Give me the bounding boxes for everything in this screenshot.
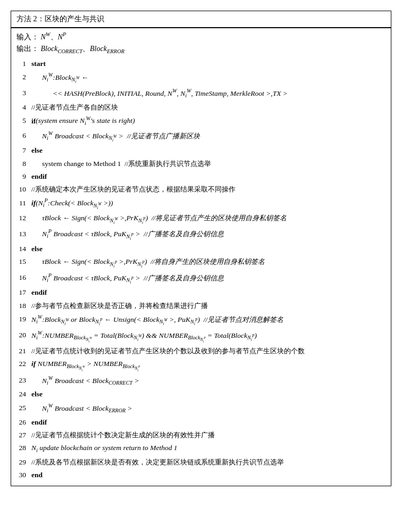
line-29: 29 //系统及各节点根据新区块是否有效，决定更新区块链或系统重新执行共识节点选… bbox=[11, 456, 391, 469]
line-1: 1 start bbox=[11, 57, 391, 70]
line-content: else bbox=[31, 243, 386, 255]
line-number: 25 bbox=[16, 402, 31, 414]
line-number: 3 bbox=[16, 87, 31, 99]
line-9: 9 endif bbox=[11, 170, 391, 183]
line-number: 20 bbox=[16, 329, 31, 341]
line-content: τBlock ← Sign(< BlockNiP >,PrKNiP) //将自身… bbox=[31, 256, 386, 270]
line-number: 26 bbox=[16, 417, 31, 428]
line-27: 27 //见证者节点根据统计个数决定新生成的区块的有效性并广播 bbox=[11, 429, 391, 442]
line-number: 14 bbox=[16, 243, 31, 255]
line-content: Ni update blockchain or system return to… bbox=[31, 442, 386, 455]
line-24: 24 else bbox=[11, 388, 391, 401]
line-number: 15 bbox=[16, 256, 31, 268]
line-content: NiW:BlockNiW or BlockNiP ← Unsign(< Bloc… bbox=[31, 313, 386, 328]
line-4: 4 //见证者节点生产各自的区块 bbox=[11, 101, 391, 114]
line-content: NiP Broadcast < τBlock, PuKNiP > //广播签名及… bbox=[31, 227, 386, 242]
algorithm-body: 1 start 2 NiW:BlockNiW ← 3 << HASH(PreBl… bbox=[11, 56, 391, 486]
line-3: 3 << HASH(PreBlock), INITIAL, Round, NW,… bbox=[11, 86, 391, 101]
line-content: endif bbox=[31, 287, 386, 298]
line-content: //参与者节点检查新区块是否正确，并将检查结果进行广播 bbox=[31, 300, 386, 311]
output-label: 输出： bbox=[16, 45, 39, 53]
line-13: 13 NiP Broadcast < τBlock, PuKNiP > //广播… bbox=[11, 227, 391, 243]
line-content: endif bbox=[31, 171, 386, 182]
algorithm-box: 方法 2：区块的产生与共识 输入： NW、NP 输出： BlockCORRECT… bbox=[11, 11, 391, 486]
line-number: 10 bbox=[16, 184, 31, 195]
line-number: 1 bbox=[16, 58, 31, 70]
line-number: 23 bbox=[16, 375, 31, 386]
line-number: 18 bbox=[16, 300, 31, 312]
output-line: 输出： BlockCORRECT、BlockERROR bbox=[16, 43, 386, 56]
line-content: else bbox=[31, 388, 386, 400]
line-content: end bbox=[31, 469, 386, 481]
line-number: 12 bbox=[16, 212, 31, 224]
line-6: 6 NiW Broadcast < BlockNiW > //见证者节点广播新区… bbox=[11, 129, 391, 145]
line-7: 7 else bbox=[11, 144, 391, 157]
line-17: 17 endif bbox=[11, 286, 391, 299]
title-text: 方法 2：区块的产生与共识 bbox=[16, 15, 104, 23]
line-content: NiW:NUMBERBlockNiW = Total(BlockNiW) && … bbox=[31, 329, 386, 344]
line-content: if(NiP:Check(< BlockNiW >)) bbox=[31, 196, 386, 211]
line-8: 8 system change to Method 1 //系统重新执行共识节点… bbox=[11, 157, 391, 170]
input-params: NW、NP bbox=[41, 33, 66, 41]
line-content: NiP Broadcast < τBlock, PuKNiP > //广播签名及… bbox=[31, 271, 386, 286]
line-30: 30 end bbox=[11, 469, 391, 481]
line-content: system change to Method 1 //系统重新执行共识节点选举 bbox=[31, 158, 386, 170]
line-26: 26 endif bbox=[11, 416, 391, 429]
line-10: 10 //系统确定本次产生区块的见证者节点状态，根据结果采取不同操作 bbox=[11, 183, 391, 196]
output-params: BlockCORRECT、BlockERROR bbox=[41, 45, 125, 53]
line-18: 18 //参与者节点检查新区块是否正确，并将检查结果进行广播 bbox=[11, 300, 391, 312]
line-19: 19 NiW:BlockNiW or BlockNiP ← Unsign(< B… bbox=[11, 312, 391, 328]
line-20: 20 NiW:NUMBERBlockNiW = Total(BlockNiW) … bbox=[11, 328, 391, 345]
line-content: if NUMBERBlockNiW > NUMBERBlockNiP bbox=[31, 358, 386, 373]
line-number: 19 bbox=[16, 313, 31, 325]
line-number: 24 bbox=[16, 388, 31, 400]
line-number: 6 bbox=[16, 130, 31, 142]
line-2: 2 NiW:BlockNiW ← bbox=[11, 70, 391, 86]
line-number: 9 bbox=[16, 171, 31, 182]
line-number: 2 bbox=[16, 71, 31, 83]
line-15: 15 τBlock ← Sign(< BlockNiP >,PrKNiP) //… bbox=[11, 255, 391, 270]
line-number: 8 bbox=[16, 158, 31, 170]
line-number: 22 bbox=[16, 358, 31, 370]
line-number: 17 bbox=[16, 287, 31, 298]
line-content: if(system ensure NiW's state is right) bbox=[31, 114, 386, 128]
line-21: 21 //见证者节点统计收到的见证者节点产生区块的个数以及收到的参与者节点产生区… bbox=[11, 345, 391, 358]
line-28: 28 Ni update blockchain or system return… bbox=[11, 442, 391, 455]
line-number: 4 bbox=[16, 102, 31, 113]
line-number: 16 bbox=[16, 272, 31, 284]
line-number: 7 bbox=[16, 145, 31, 156]
line-content: //系统及各节点根据新区块是否有效，决定更新区块链或系统重新执行共识节点选举 bbox=[31, 456, 386, 468]
line-content: τBlock ← Sign(< BlockNiW >,PrKNiP) //将见证… bbox=[31, 212, 386, 226]
line-16: 16 NiP Broadcast < τBlock, PuKNiP > //广播… bbox=[11, 271, 391, 287]
line-content: start bbox=[31, 58, 386, 70]
line-number: 29 bbox=[16, 456, 31, 468]
line-14: 14 else bbox=[11, 243, 391, 255]
line-number: 28 bbox=[16, 442, 31, 454]
line-number: 27 bbox=[16, 429, 31, 441]
line-content: NiW Broadcast < BlockCORRECT > bbox=[31, 374, 386, 388]
input-line: 输入： NW、NP bbox=[16, 30, 386, 43]
line-content: NiW Broadcast < BlockNiW > //见证者节点广播新区块 bbox=[31, 129, 386, 144]
input-label: 输入： bbox=[16, 33, 39, 41]
line-content: //见证者节点生产各自的区块 bbox=[31, 102, 386, 113]
line-5: 5 if(system ensure NiW's state is right) bbox=[11, 114, 391, 129]
line-25: 25 NiW Broadcast < BlockERROR > bbox=[11, 401, 391, 416]
line-content: endif bbox=[31, 417, 386, 428]
line-number: 13 bbox=[16, 228, 31, 240]
line-content: else bbox=[31, 145, 386, 156]
line-22: 22 if NUMBERBlockNiW > NUMBERBlockNiP bbox=[11, 358, 391, 373]
algorithm-inputs: 输入： NW、NP 输出： BlockCORRECT、BlockERROR bbox=[11, 28, 391, 56]
line-content: << HASH(PreBlock), INITIAL, Round, NW, N… bbox=[31, 87, 386, 101]
line-content: //见证者节点统计收到的见证者节点产生区块的个数以及收到的参与者节点产生区块的个… bbox=[31, 345, 386, 356]
line-content: //见证者节点根据统计个数决定新生成的区块的有效性并广播 bbox=[31, 429, 386, 440]
line-number: 5 bbox=[16, 115, 31, 127]
line-number: 21 bbox=[16, 345, 31, 357]
line-content: NiW:BlockNiW ← bbox=[31, 71, 386, 86]
line-content: //系统确定本次产生区块的见证者节点状态，根据结果采取不同操作 bbox=[31, 184, 386, 195]
line-number: 30 bbox=[16, 469, 31, 481]
line-12: 12 τBlock ← Sign(< BlockNiW >,PrKNiP) //… bbox=[11, 212, 391, 227]
line-23: 23 NiW Broadcast < BlockCORRECT > bbox=[11, 373, 391, 388]
line-11: 11 if(NiP:Check(< BlockNiW >)) bbox=[11, 196, 391, 212]
line-content: NiW Broadcast < BlockERROR > bbox=[31, 402, 386, 415]
line-number: 11 bbox=[16, 197, 31, 209]
